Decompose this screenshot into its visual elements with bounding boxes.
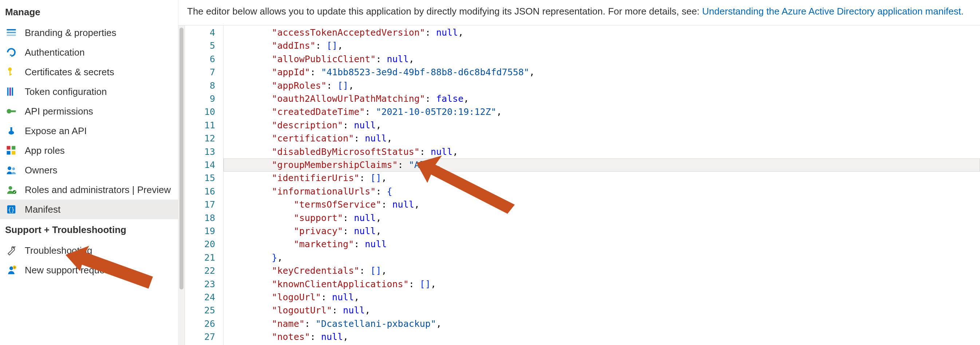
- sidebar-item-label: Owners: [25, 164, 173, 176]
- code-line[interactable]: "name": "Dcastellani-pxbackup",: [224, 317, 980, 331]
- sidebar-item-branding[interactable]: Branding & properties: [0, 23, 178, 43]
- line-number: 10: [185, 105, 223, 119]
- line-number: 24: [185, 291, 223, 304]
- sidebar-item-api-permissions[interactable]: API permissions: [0, 101, 178, 121]
- line-number: 18: [185, 212, 223, 225]
- sidebar-section-support-title: Support + Troubleshooting: [0, 219, 178, 241]
- code-line[interactable]: "certification": null,: [224, 132, 980, 145]
- code-line[interactable]: "logoutUrl": null,: [224, 304, 980, 317]
- code-line[interactable]: "allowPublicClient": null,: [224, 53, 980, 66]
- code-line[interactable]: "accessTokenAcceptedVersion": null,: [224, 26, 980, 39]
- line-number: 21: [185, 251, 223, 264]
- svg-marker-3: [10, 54, 11, 56]
- line-number: 7: [185, 66, 223, 79]
- sidebar-item-label: Authentication: [25, 46, 173, 59]
- sidebar-item-manifest[interactable]: {} Manifest: [0, 199, 178, 219]
- manifest-icon: {}: [5, 203, 18, 215]
- code-line[interactable]: "notes": null,: [224, 331, 980, 343]
- info-text: The editor below allows you to update th…: [187, 6, 702, 17]
- line-number: 20: [185, 238, 223, 251]
- support-request-icon: ?: [5, 264, 18, 276]
- svg-text:?: ?: [14, 266, 15, 269]
- sidebar-item-label: Certificates & secrets: [25, 66, 173, 78]
- main-content: The editor below allows you to update th…: [178, 0, 980, 345]
- token-config-icon: [5, 85, 18, 98]
- sidebar-item-label: Manifest: [25, 204, 173, 215]
- line-number: 6: [185, 53, 223, 66]
- sidebar-item-new-support-request[interactable]: ? New support request: [0, 260, 178, 280]
- svg-rect-12: [11, 127, 13, 131]
- line-number: 9: [185, 92, 223, 105]
- sidebar-item-roles-admin-preview[interactable]: Roles and administrators | Preview: [0, 180, 178, 199]
- line-number: 26: [185, 317, 223, 331]
- code-line[interactable]: "keyCredentials": [],: [224, 264, 980, 277]
- line-number: 11: [185, 119, 223, 132]
- key-icon: [5, 66, 18, 78]
- manifest-editor[interactable]: 4567891011121314151617181920212223242526…: [178, 25, 980, 345]
- svg-point-23: [10, 266, 13, 270]
- sidebar: Manage Branding & properties Authenticat…: [0, 0, 178, 345]
- editor-code-area[interactable]: "accessTokenAcceptedVersion": null, "add…: [224, 25, 980, 345]
- svg-rect-15: [7, 151, 11, 155]
- roles-admin-icon: [5, 184, 18, 196]
- svg-rect-16: [12, 151, 15, 155]
- sidebar-item-label: Roles and administrators | Preview: [25, 184, 173, 196]
- svg-rect-7: [7, 88, 9, 96]
- code-line[interactable]: "appRoles": [],: [224, 79, 980, 92]
- line-number: 27: [185, 331, 223, 343]
- code-line[interactable]: "logoUrl": null,: [224, 291, 980, 304]
- svg-point-19: [9, 186, 13, 190]
- sidebar-item-owners[interactable]: Owners: [0, 160, 178, 180]
- svg-rect-14: [12, 146, 15, 150]
- code-line[interactable]: "groupMembershipClaims": "All",: [224, 158, 980, 172]
- sidebar-item-troubleshooting[interactable]: Troubleshooting: [0, 241, 178, 260]
- sidebar-item-token-configuration[interactable]: Token configuration: [0, 82, 178, 101]
- editor-gutter: 4567891011121314151617181920212223242526…: [185, 25, 224, 345]
- code-line[interactable]: "appId": "41bb8523-3e9d-49bf-88b8-d6c8b4…: [224, 66, 980, 79]
- app-roles-icon: [5, 144, 18, 157]
- sidebar-item-label: Troubleshooting: [25, 245, 173, 256]
- editor-scrollbar[interactable]: [178, 25, 185, 345]
- sidebar-item-certificates-secrets[interactable]: Certificates & secrets: [0, 62, 178, 82]
- code-line[interactable]: "disabledByMicrosoftStatus": null,: [224, 146, 980, 158]
- code-line[interactable]: "description": null,: [224, 119, 980, 132]
- code-line[interactable]: "informationalUrls": {: [224, 185, 980, 198]
- line-number: 13: [185, 146, 223, 158]
- code-line[interactable]: "privacy": null,: [224, 225, 980, 238]
- scrollbar-thumb[interactable]: [180, 28, 183, 290]
- svg-rect-0: [7, 29, 16, 30]
- code-line[interactable]: "marketing": null: [224, 238, 980, 251]
- wrench-icon: [5, 244, 18, 256]
- line-number: 22: [185, 264, 223, 277]
- code-line[interactable]: "oauth2AllowUrlPathMatching": false,: [224, 92, 980, 105]
- line-number: 12: [185, 132, 223, 145]
- code-line[interactable]: "createdDateTime": "2021-10-05T20:19:12Z…: [224, 105, 980, 119]
- api-permissions-icon: [5, 105, 18, 117]
- line-number: 5: [185, 39, 223, 52]
- code-line[interactable]: },: [224, 251, 980, 264]
- branding-icon: [5, 27, 18, 39]
- code-line[interactable]: "knownClientApplications": [],: [224, 278, 980, 291]
- svg-rect-1: [7, 32, 16, 33]
- line-number: 23: [185, 278, 223, 291]
- sidebar-item-expose-api[interactable]: Expose an API: [0, 121, 178, 141]
- svg-point-17: [8, 166, 11, 170]
- sidebar-item-app-roles[interactable]: App roles: [0, 141, 178, 160]
- line-number: 16: [185, 185, 223, 198]
- line-number: 15: [185, 172, 223, 185]
- svg-rect-6: [10, 74, 12, 75]
- sidebar-item-label: Branding & properties: [25, 27, 173, 39]
- sidebar-item-label: Expose an API: [25, 125, 173, 137]
- code-line[interactable]: "termsOfService": null,: [224, 198, 980, 211]
- line-number: 4: [185, 26, 223, 39]
- info-bar: The editor below allows you to update th…: [178, 0, 980, 25]
- sidebar-item-label: App roles: [25, 145, 173, 157]
- sidebar-item-authentication[interactable]: Authentication: [0, 43, 178, 62]
- code-line[interactable]: "identifierUris": [],: [224, 172, 980, 185]
- code-line[interactable]: "addIns": [],: [224, 39, 980, 52]
- svg-point-18: [13, 168, 15, 171]
- svg-text:{}: {}: [8, 206, 14, 213]
- code-line[interactable]: "support": null,: [224, 212, 980, 225]
- owners-icon: [5, 164, 18, 176]
- info-link[interactable]: Understanding the Azure Active Directory…: [702, 6, 964, 17]
